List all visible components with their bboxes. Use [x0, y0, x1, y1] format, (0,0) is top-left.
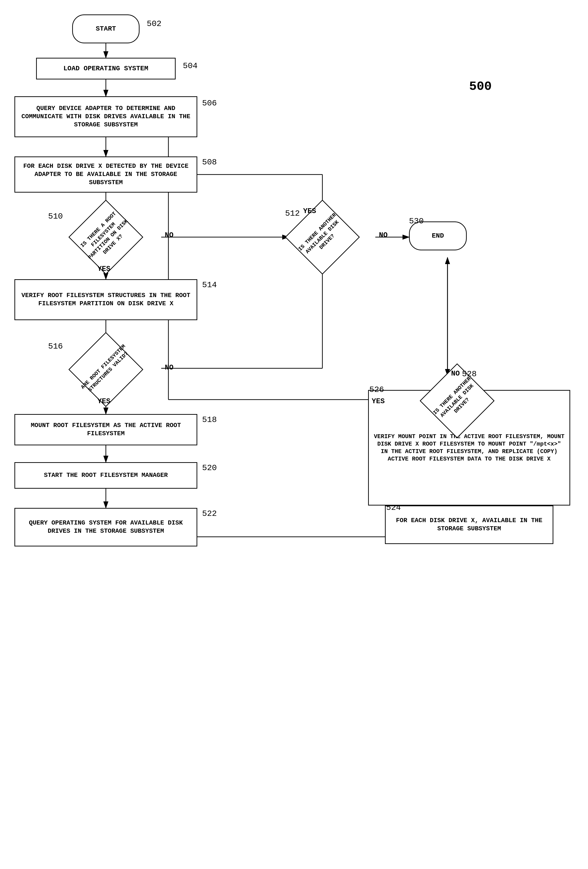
- node-506: QUERY DEVICE ADAPTER TO DETERMINE AND CO…: [15, 96, 197, 137]
- ref-504: 504: [183, 61, 197, 71]
- node-522: QUERY OPERATING SYSTEM FOR AVAILABLE DIS…: [15, 508, 197, 546]
- end-node: END: [409, 221, 467, 251]
- node-508: FOR EACH DISK DRIVE X DETECTED BY THE DE…: [15, 156, 197, 193]
- ref-502: 502: [147, 19, 161, 28]
- node-512-wrapper: IS THERE ANOTHER AVAILABLE DISK DRIVE?: [265, 209, 380, 265]
- node-520: START THE ROOT FILESYSTEM MANAGER: [15, 462, 197, 489]
- node-524: FOR EACH DISK DRIVE X, AVAILABLE IN THE …: [385, 506, 553, 544]
- n528-no-label: NO: [451, 369, 460, 378]
- n516-no-label: NO: [165, 363, 173, 372]
- ref-518: 518: [202, 415, 217, 424]
- node-528-wrapper: IS THERE ANOTHER AVAILABLE DISK DRIVE?: [399, 373, 515, 429]
- n512-no-label: NO: [379, 231, 388, 239]
- start-node: START: [72, 15, 139, 43]
- ref-512: 512: [285, 209, 300, 218]
- n516-yes-label: YES: [98, 397, 110, 405]
- flowchart-diagram: START 502 LOAD OPERATING SYSTEM 504 QUER…: [0, 0, 588, 869]
- node-514: VERIFY ROOT FILESYSTEM STRUCTURES IN THE…: [15, 279, 197, 320]
- ref-510: 510: [48, 212, 63, 221]
- node-504: LOAD OPERATING SYSTEM: [36, 58, 176, 79]
- ref-516: 516: [48, 342, 63, 351]
- ref-526: 526: [369, 385, 384, 394]
- ref-506: 506: [202, 99, 217, 108]
- diagram-ref-500: 500: [469, 79, 492, 93]
- n512-yes-label: YES: [303, 207, 316, 215]
- ref-508: 508: [202, 158, 217, 167]
- n510-yes-label: YES: [98, 265, 110, 273]
- ref-530: 530: [409, 217, 424, 226]
- ref-522: 522: [202, 509, 217, 518]
- ref-520: 520: [202, 463, 217, 473]
- node-518: MOUNT ROOT FILESYSTEM AS THE ACTIVE ROOT…: [15, 414, 197, 445]
- ref-528: 528: [462, 369, 477, 379]
- n510-no-label: NO: [165, 231, 173, 239]
- n528-yes-label: YES: [372, 397, 385, 405]
- ref-514: 514: [202, 280, 217, 289]
